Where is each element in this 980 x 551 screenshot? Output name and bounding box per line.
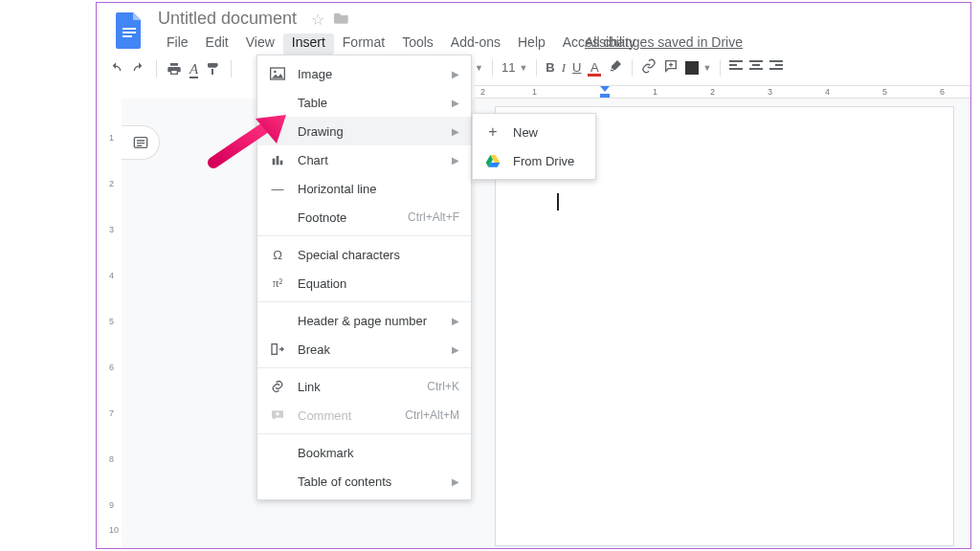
vertical-ruler[interactable]: 1 2 3 4 5 6 7 8 9 10 xyxy=(106,99,122,548)
insert-menu-dropdown: Image ▶ Table ▶ Drawing ▶ Chart ▶ — Hori… xyxy=(256,55,472,500)
menu-insert[interactable]: Insert xyxy=(283,33,334,55)
menu-label: Break xyxy=(298,342,440,357)
image-icon xyxy=(269,67,286,80)
insert-special-chars[interactable]: Ω Special characters xyxy=(257,240,471,269)
separator xyxy=(720,59,721,77)
svg-rect-0 xyxy=(122,28,136,30)
drive-icon xyxy=(484,154,501,167)
horizontal-ruler[interactable]: 2 1 1 2 3 4 5 6 7 xyxy=(475,85,970,99)
align-right-icon[interactable] xyxy=(769,60,783,75)
menu-tools[interactable]: Tools xyxy=(393,33,442,55)
document-title[interactable]: Untitled document xyxy=(158,9,297,29)
svg-rect-3 xyxy=(600,94,610,98)
insert-footnote[interactable]: Footnote Ctrl+Alt+F xyxy=(257,203,471,231)
underline-button[interactable]: U xyxy=(572,60,581,75)
menu-label: Table xyxy=(298,96,440,110)
ruler-label: 1 xyxy=(109,133,114,143)
style-dropdown[interactable]: ▼ xyxy=(475,63,483,73)
menu-edit[interactable]: Edit xyxy=(197,33,237,55)
insert-header-page-number[interactable]: Header & page number ▶ xyxy=(257,306,471,335)
plus-icon: + xyxy=(484,123,501,141)
separator xyxy=(492,59,493,77)
ruler-label: 6 xyxy=(109,363,114,372)
insert-table[interactable]: Table ▶ xyxy=(257,88,471,117)
submenu-arrow-icon: ▶ xyxy=(452,476,459,487)
insert-toc[interactable]: Table of contents ▶ xyxy=(257,467,471,496)
menu-label: Bookmark xyxy=(298,446,459,460)
ruler-label: 2 xyxy=(480,87,485,97)
separator xyxy=(231,60,232,77)
menu-addons[interactable]: Add-ons xyxy=(442,33,509,55)
hline-icon: — xyxy=(269,182,286,196)
svg-rect-9 xyxy=(280,161,283,165)
ruler-label: 3 xyxy=(768,87,772,97)
spellcheck-icon[interactable]: A xyxy=(189,61,198,77)
save-status[interactable]: All changes saved in Drive xyxy=(585,34,743,50)
add-comment-icon[interactable] xyxy=(663,58,679,77)
text-color-button[interactable]: A xyxy=(588,60,601,75)
svg-rect-2 xyxy=(122,35,132,37)
menubar: File Edit View Insert Format Tools Add-o… xyxy=(158,33,644,55)
insert-link-icon[interactable] xyxy=(641,58,657,77)
insert-image[interactable]: Image ▶ xyxy=(257,59,471,88)
document-outline-toggle[interactable] xyxy=(122,125,160,160)
separator xyxy=(156,60,157,77)
menu-view[interactable]: View xyxy=(237,33,283,55)
drawing-from-drive[interactable]: From Drive xyxy=(473,146,595,175)
menu-label: Footnote xyxy=(298,210,396,225)
submenu-arrow-icon: ▶ xyxy=(452,69,459,79)
bold-button[interactable]: B xyxy=(546,60,554,75)
paint-format-icon[interactable] xyxy=(206,61,221,77)
menu-format[interactable]: Format xyxy=(334,33,393,55)
star-icon[interactable]: ☆ xyxy=(311,11,324,29)
ruler-label: 1 xyxy=(532,87,537,97)
drawing-new[interactable]: + New xyxy=(473,118,595,146)
insert-link[interactable]: Link Ctrl+K xyxy=(257,372,471,401)
menu-label: Link xyxy=(298,380,415,394)
insert-image-toolbar[interactable]: ▼ xyxy=(685,61,711,75)
highlight-color-button[interactable] xyxy=(608,58,623,77)
redo-icon[interactable] xyxy=(131,61,146,77)
drawing-submenu: + New From Drive xyxy=(472,113,596,180)
move-folder-icon[interactable] xyxy=(334,11,349,28)
ruler-label: 1 xyxy=(653,87,657,97)
docs-logo-icon[interactable] xyxy=(114,11,145,49)
italic-button[interactable]: I xyxy=(562,60,566,76)
insert-bookmark[interactable]: Bookmark xyxy=(257,438,471,467)
indent-marker-icon[interactable] xyxy=(599,85,611,99)
menu-label: Equation xyxy=(298,276,459,291)
align-center-icon[interactable] xyxy=(749,60,763,75)
menu-file[interactable]: File xyxy=(158,33,197,55)
text-cursor xyxy=(557,193,559,210)
ruler-label: 4 xyxy=(825,87,830,97)
insert-break[interactable]: Break ▶ xyxy=(257,335,471,364)
insert-drawing[interactable]: Drawing ▶ xyxy=(257,117,471,145)
break-icon xyxy=(269,342,286,356)
link-icon xyxy=(269,380,286,393)
chart-icon xyxy=(269,153,286,166)
menu-label: Comment xyxy=(298,408,393,423)
menu-shortcut: Ctrl+Alt+F xyxy=(408,210,459,224)
ruler-label: 8 xyxy=(109,454,114,464)
print-icon[interactable] xyxy=(167,61,182,77)
insert-horizontal-line[interactable]: — Horizontal line xyxy=(257,174,471,203)
menu-shortcut: Ctrl+Alt+M xyxy=(405,408,459,422)
menu-help[interactable]: Help xyxy=(509,33,554,55)
comment-icon xyxy=(269,408,286,422)
ruler-label: 7 xyxy=(109,408,114,418)
undo-icon[interactable] xyxy=(108,61,123,77)
svg-point-6 xyxy=(274,71,277,74)
submenu-arrow-icon: ▶ xyxy=(452,316,459,326)
menu-label: From Drive xyxy=(513,154,584,168)
menu-label: Image xyxy=(298,67,440,81)
menu-label: Horizontal line xyxy=(298,182,459,196)
ruler-label: 9 xyxy=(109,500,114,510)
insert-comment: Comment Ctrl+Alt+M xyxy=(257,401,471,430)
insert-chart[interactable]: Chart ▶ xyxy=(257,145,471,174)
submenu-arrow-icon: ▶ xyxy=(452,98,459,108)
menu-label: New xyxy=(513,125,584,140)
font-size-dropdown[interactable]: 11 ▼ xyxy=(501,60,527,75)
separator xyxy=(632,59,633,77)
insert-equation[interactable]: π² Equation xyxy=(257,269,471,298)
align-left-icon[interactable] xyxy=(729,60,743,75)
